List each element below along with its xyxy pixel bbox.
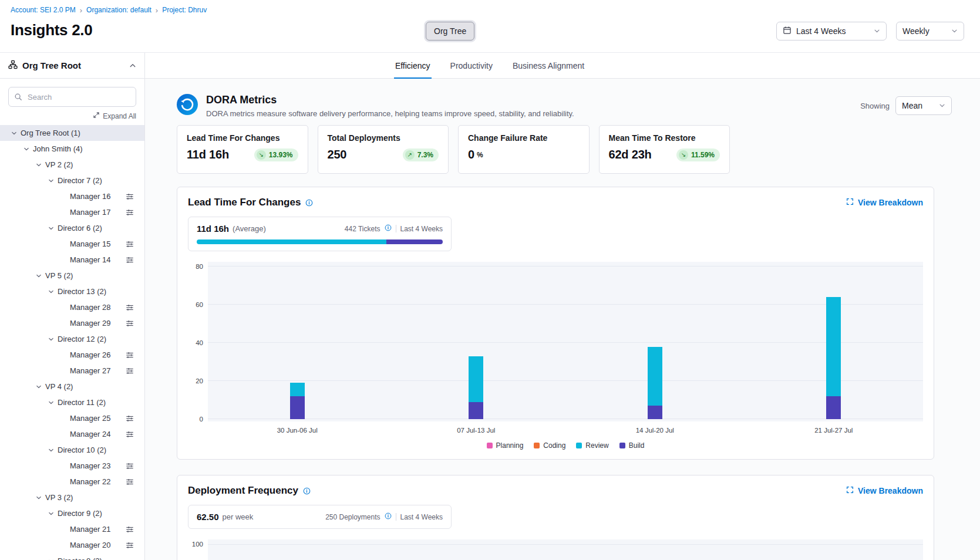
tree-item[interactable]: Manager 16 [0,188,144,204]
tree-item[interactable]: Director 7 (2) [0,173,144,188]
breadcrumb-link[interactable]: Organization: default [86,6,151,14]
legend-item-coding[interactable]: Coding [534,441,565,450]
deployment-rate-value: 62.50 [197,512,219,522]
tree-item[interactable]: Manager 29 [0,315,144,331]
chevron-down-icon[interactable] [48,289,58,295]
filter-icon[interactable] [126,303,134,312]
filter-icon[interactable] [126,208,134,217]
legend-swatch [619,443,625,448]
tree-item[interactable]: Manager 23 [0,458,144,474]
chevron-down-icon[interactable] [48,511,58,517]
filter-icon[interactable] [126,351,134,359]
tree-item[interactable]: Director 8 (2) [0,553,144,560]
tree-item[interactable]: Director 6 (2) [0,220,144,236]
granularity-select[interactable]: Weekly [896,22,964,41]
tree-item[interactable]: Manager 17 [0,204,144,220]
chevron-down-icon[interactable] [36,162,45,168]
filter-icon[interactable] [126,525,134,534]
tree-item[interactable]: VP 2 (2) [0,157,144,173]
legend-swatch [576,443,582,448]
chevron-down-icon[interactable] [48,336,58,342]
legend-item-review[interactable]: Review [576,441,608,450]
tree-item[interactable]: VP 5 (2) [0,268,144,284]
info-icon[interactable] [385,512,392,521]
tree-item[interactable]: VP 4 (2) [0,379,144,394]
tree-item[interactable]: VP 3 (2) [0,490,144,505]
tree-item[interactable]: Director 12 (2) [0,331,144,347]
tree-item[interactable]: Manager 27 [0,363,144,379]
filter-icon[interactable] [126,367,134,375]
chevron-down-icon[interactable] [48,558,58,560]
chevron-down-icon[interactable] [23,146,33,152]
chevron-down-icon[interactable] [36,495,45,501]
filter-icon[interactable] [126,462,134,470]
tree-item-label: Manager 29 [70,319,110,328]
view-breakdown-button[interactable]: View Breakdown [846,198,923,207]
legend-item-build[interactable]: Build [619,441,645,450]
lead-time-chart: 020406080 30 Jun-06 Jul07 Jul-13 Jul14 J… [188,262,923,450]
showing-select[interactable]: Mean [895,96,952,115]
tree-item[interactable]: Director 11 (2) [0,394,144,410]
showing-value: Mean [902,101,934,110]
legend-item-planning[interactable]: Planning [487,441,524,450]
metric-value: 11d 16h [187,148,229,161]
bar-segment-build [290,396,305,419]
lead-time-summary-card: 11d 16h (Average) 442 Tickets Last 4 Wee… [188,217,452,251]
sidebar-search [8,87,136,107]
filter-icon[interactable] [126,193,134,201]
info-icon[interactable] [305,199,313,207]
tree-item[interactable]: Manager 25 [0,410,144,426]
date-range-select[interactable]: Last 4 Weeks [776,22,887,41]
tree-item-label: Manager 27 [70,366,110,375]
page-title: Insights 2.0 [11,21,92,39]
org-tree-toggle-button[interactable]: Org Tree [426,22,474,41]
breadcrumb-link[interactable]: Account: SEI 2.0 PM [11,6,76,14]
info-icon[interactable] [303,487,311,495]
filter-icon[interactable] [126,430,134,438]
tree-item[interactable]: Manager 21 [0,521,144,537]
filter-icon[interactable] [126,240,134,248]
tree-item[interactable]: Manager 14 [0,252,144,268]
tree-item[interactable]: Manager 26 [0,347,144,363]
expand-all-icon [93,112,100,120]
filter-icon[interactable] [126,256,134,264]
view-breakdown-button[interactable]: View Breakdown [846,486,923,495]
breadcrumb-link[interactable]: Project: Dhruv [162,6,207,14]
filter-icon[interactable] [126,414,134,423]
chevron-down-icon[interactable] [36,384,45,390]
divider [396,513,396,521]
tab-business-alignment[interactable]: Business Alignment [511,53,585,78]
bar-segment-build [469,402,483,419]
filter-icon[interactable] [126,319,134,328]
expand-all-button[interactable]: Expand All [8,112,136,120]
chevron-down-icon[interactable] [36,273,45,279]
chevron-down-icon[interactable] [48,178,58,184]
metric-value-row: 11d 16h↘13.93% [187,148,298,161]
sidebar-header: Org Tree Root [0,53,144,79]
trend-up-icon: ↗ [405,150,415,160]
tree-item[interactable]: Org Tree Root (1) [0,125,144,141]
tree-item[interactable]: Manager 15 [0,236,144,252]
tree-item[interactable]: Director 9 (2) [0,505,144,521]
bar-segment-review [469,356,483,402]
tab-efficiency[interactable]: Efficiency [394,53,432,78]
tree-item[interactable]: John Smith (4) [0,141,144,157]
search-input[interactable] [8,87,136,107]
tab-productivity[interactable]: Productivity [449,53,494,78]
chevron-down-icon[interactable] [48,225,58,231]
tree-item[interactable]: Manager 24 [0,426,144,442]
chevron-down-icon[interactable] [11,130,21,136]
filter-icon[interactable] [126,478,134,486]
range-label: Last 4 Weeks [400,513,443,521]
tree-item[interactable]: Director 10 (2) [0,442,144,458]
chevron-down-icon[interactable] [48,400,58,406]
chevron-down-icon[interactable] [48,447,58,453]
chevron-up-icon[interactable] [129,62,136,69]
tree-item[interactable]: Manager 28 [0,299,144,315]
tree-item[interactable]: Manager 22 [0,474,144,490]
tree-item[interactable]: Manager 20 [0,537,144,553]
filter-icon[interactable] [126,541,134,549]
bar-stack [469,356,483,419]
info-icon[interactable] [385,224,392,233]
tree-item[interactable]: Director 13 (2) [0,284,144,299]
